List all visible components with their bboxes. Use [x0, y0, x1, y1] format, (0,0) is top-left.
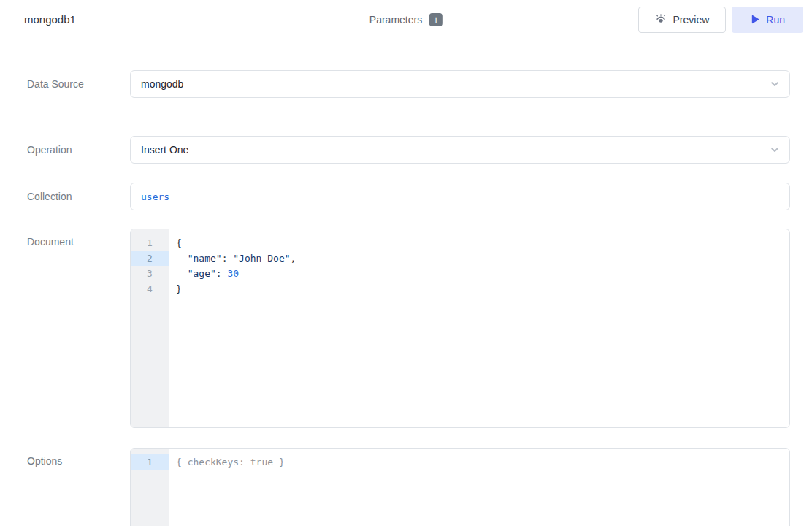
code-line: { checkKeys: true }	[176, 454, 789, 470]
options-code-editor[interactable]: 1 { checkKeys: true }	[130, 448, 790, 526]
parameters-section: Parameters +	[369, 0, 443, 39]
options-label: Options	[27, 448, 130, 526]
line-number: 3	[131, 266, 169, 281]
parameters-label: Parameters	[369, 14, 422, 26]
document-code-area[interactable]: { "name": "John Doe", "age": 30 }	[169, 229, 789, 427]
line-number: 1	[131, 235, 169, 251]
data-source-value: mongodb	[141, 78, 769, 90]
data-source-select[interactable]: mongodb	[130, 70, 790, 98]
code-token: "age"	[188, 268, 216, 279]
line-number-gutter: 1	[131, 449, 169, 526]
data-source-label: Data Source	[27, 70, 130, 98]
document-code-editor[interactable]: 1 2 3 4 { "name": "John Doe", "age": 30 …	[130, 229, 790, 428]
preview-button[interactable]: Preview	[638, 7, 727, 33]
add-parameter-button[interactable]: +	[429, 13, 443, 26]
line-number-gutter: 1 2 3 4	[131, 229, 169, 427]
run-button[interactable]: Run	[732, 7, 803, 33]
code-line: }	[176, 281, 789, 297]
code-token: { checkKeys: true }	[176, 457, 285, 468]
collection-input[interactable]: users	[130, 183, 790, 210]
code-token: {	[176, 237, 182, 248]
code-token	[176, 268, 188, 279]
options-row: Options 1 { checkKeys: true }	[27, 448, 790, 526]
play-icon	[750, 15, 759, 24]
query-name: mongodb1	[24, 13, 76, 26]
code-token: "name"	[188, 253, 222, 264]
line-number-active: 1	[131, 454, 169, 470]
plus-icon: +	[433, 15, 439, 25]
line-number: 4	[131, 281, 169, 297]
run-button-label: Run	[766, 14, 785, 26]
header-actions: Preview Run	[638, 7, 803, 33]
operation-row: Operation Insert One	[27, 136, 790, 164]
operation-select[interactable]: Insert One	[130, 136, 790, 164]
code-token: :	[216, 268, 228, 279]
code-token: :	[222, 253, 234, 264]
eye-icon	[655, 14, 667, 26]
code-token: "John Doe"	[233, 253, 290, 264]
collection-value: users	[141, 191, 169, 202]
query-header: mongodb1 Parameters + Preview Run	[0, 0, 812, 39]
code-token: ,	[291, 253, 296, 264]
code-token: }	[176, 283, 182, 294]
operation-label: Operation	[27, 136, 130, 164]
code-token: 30	[227, 268, 239, 279]
collection-label: Collection	[27, 183, 130, 210]
code-line: "name": "John Doe",	[176, 251, 789, 266]
query-form: Data Source mongodb Operation Insert One…	[0, 70, 812, 526]
code-line: "age": 30	[176, 266, 789, 281]
code-token	[176, 253, 188, 264]
data-source-row: Data Source mongodb	[27, 70, 790, 98]
code-line: {	[176, 235, 789, 251]
operation-value: Insert One	[141, 144, 769, 156]
preview-button-label: Preview	[673, 14, 710, 26]
chevron-down-icon	[769, 78, 781, 90]
line-number-active: 2	[131, 251, 169, 266]
options-code-area[interactable]: { checkKeys: true }	[169, 449, 789, 526]
document-label: Document	[27, 229, 130, 428]
chevron-down-icon	[769, 144, 781, 156]
document-row: Document 1 2 3 4 { "name": "John Doe", "…	[27, 229, 790, 428]
collection-row: Collection users	[27, 183, 790, 210]
